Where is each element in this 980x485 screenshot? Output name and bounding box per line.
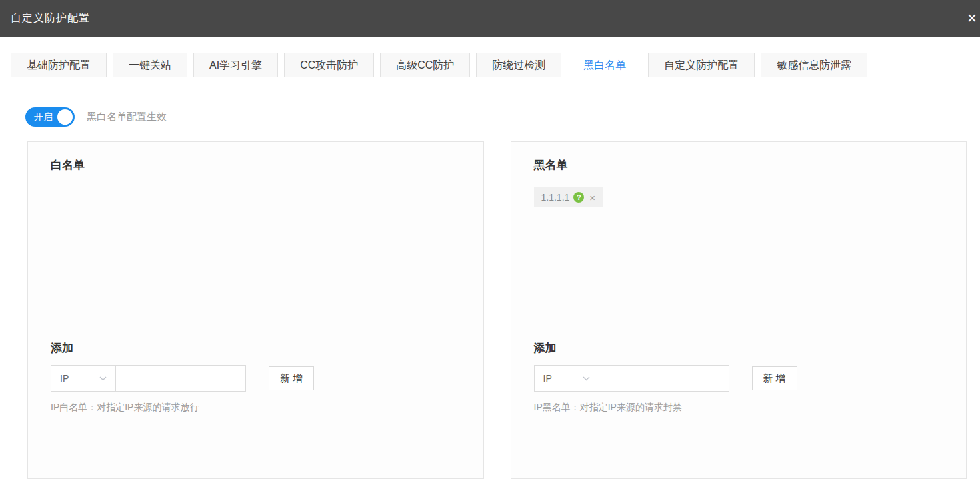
- blacklist-type-selected-value: IP: [543, 373, 552, 384]
- blacklist-ip-tag: 1.1.1.1 ? ×: [534, 187, 603, 207]
- tab-sensitive-info-leak[interactable]: 敏感信息防泄露: [761, 53, 867, 77]
- blacklist-ip-tag-value: 1.1.1.1: [541, 192, 570, 203]
- tab-custom-protection[interactable]: 自定义防护配置: [648, 53, 755, 77]
- whitelist-type-select[interactable]: IP: [51, 365, 116, 392]
- panels-container: 白名单 添加 IP 新 增 IP白名单：对指定IP来源的请求放行 黑名单 1.1…: [27, 141, 967, 479]
- blacklist-panel: 黑名单 1.1.1.1 ? × 添加 IP 新 增 IP黑名单：对指定IP来源的…: [511, 141, 967, 479]
- tab-advanced-cc-protection[interactable]: 高级CC防护: [380, 53, 470, 77]
- whitelist-add-label: 添加: [51, 341, 461, 356]
- whitelist-value-input[interactable]: [116, 365, 246, 392]
- whitelist-type-selected-value: IP: [60, 373, 69, 384]
- blacklist-add-button[interactable]: 新 增: [752, 366, 797, 390]
- whitelist-title: 白名单: [51, 158, 461, 173]
- blacklist-value-input[interactable]: [599, 365, 729, 392]
- tab-ai-learning-engine[interactable]: AI学习引擎: [193, 53, 278, 77]
- tab-basic-protection[interactable]: 基础防护配置: [11, 53, 107, 77]
- tab-black-white-list[interactable]: 黑白名单: [567, 53, 642, 77]
- toggle-description: 黑白名单配置生效: [87, 111, 167, 123]
- toggle-row: 开启 黑白名单配置生效: [0, 107, 980, 127]
- toggle-knob: [57, 109, 73, 125]
- modal-header: 自定义防护配置 ✕: [0, 0, 980, 37]
- blacklist-title: 黑名单: [534, 158, 944, 173]
- blacklist-add-row: IP 新 增: [534, 365, 944, 392]
- chevron-down-icon: [583, 376, 590, 381]
- blacklist-type-select[interactable]: IP: [534, 365, 599, 392]
- tab-one-key-shutdown[interactable]: 一键关站: [113, 53, 187, 77]
- whitelist-tags-zone: [51, 187, 461, 341]
- tab-cc-attack-protection[interactable]: CC攻击防护: [284, 53, 374, 77]
- whitelist-panel: 白名单 添加 IP 新 增 IP白名单：对指定IP来源的请求放行: [27, 141, 484, 479]
- whitelist-add-row: IP 新 增: [51, 365, 461, 392]
- tabs-bar: 基础防护配置 一键关站 AI学习引擎 CC攻击防护 高级CC防护 防绕过检测 黑…: [0, 53, 980, 77]
- chevron-down-icon: [99, 376, 107, 381]
- blacklist-add-label: 添加: [534, 341, 944, 356]
- tab-bypass-detection[interactable]: 防绕过检测: [476, 53, 561, 77]
- question-icon[interactable]: ?: [573, 192, 584, 203]
- blacklist-tags-zone: 1.1.1.1 ? ×: [534, 187, 944, 341]
- whitelist-add-button[interactable]: 新 增: [269, 366, 314, 390]
- remove-tag-icon[interactable]: ×: [589, 192, 595, 203]
- blackwhite-list-toggle[interactable]: 开启: [25, 107, 75, 127]
- toggle-state-label: 开启: [25, 111, 53, 122]
- close-icon[interactable]: ✕: [963, 0, 980, 37]
- blacklist-help-text: IP黑名单：对指定IP来源的请求封禁: [534, 402, 944, 414]
- modal-title: 自定义防护配置: [11, 11, 90, 25]
- whitelist-help-text: IP白名单：对指定IP来源的请求放行: [51, 402, 461, 414]
